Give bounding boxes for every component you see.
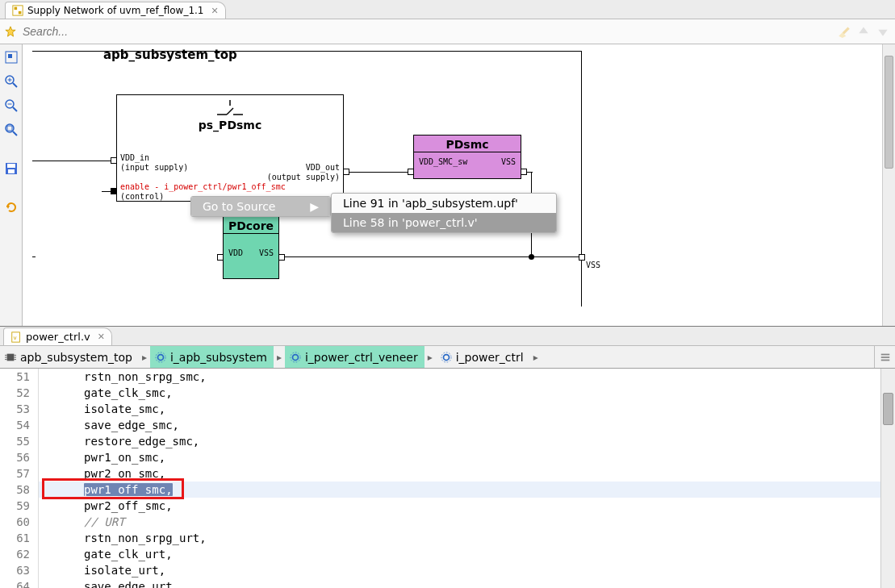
breadcrumb-separator[interactable]: ▸ — [274, 346, 285, 368]
zoom-out-icon[interactable] — [3, 98, 19, 114]
svg-rect-15 — [7, 126, 12, 131]
diagram-split: apb_subsystem_top ps_PDsmc VDD_in (input… — [0, 44, 895, 327]
breadcrumb-i_power_ctrl[interactable]: i_power_ctrl — [436, 346, 530, 368]
zoom-in-icon[interactable] — [3, 73, 19, 90]
svg-rect-40 — [880, 357, 889, 358]
module-title: apb_subsystem_top — [103, 48, 237, 62]
gutter-number: 58 — [0, 482, 39, 498]
code-line[interactable]: 51rstn_non_srpg_smc, — [0, 369, 880, 385]
go-to-source-menu[interactable]: Go to Source ▶ — [191, 197, 330, 216]
svg-rect-2 — [19, 11, 22, 15]
code-text: // URT — [40, 514, 125, 530]
editor-tab-bar: v power_ctrl.v ✕ — [0, 327, 895, 346]
code-line[interactable]: 62gate_clk_urt, — [0, 546, 880, 562]
diagram-tab-bar: Supply Network of uvm_ref_flow_1.1 ✕ — [0, 0, 895, 19]
code-line[interactable]: 58pwr1_off_smc, — [0, 482, 880, 498]
breadcrumb-i_apb_subsystem[interactable]: i_apb_subsystem — [150, 346, 274, 368]
context-submenu[interactable]: Line 91 in 'apb_subsystem.upf' Line 58 i… — [331, 193, 557, 233]
gutter-number: 60 — [0, 514, 39, 530]
code-scroll-thumb[interactable] — [883, 393, 893, 425]
ps-pdsmc-title: ps_PDsmc — [117, 116, 343, 132]
breadcrumb-apb_subsystem_top[interactable]: apb_subsystem_top — [0, 346, 139, 368]
svg-rect-26 — [7, 353, 15, 361]
gutter-number: 63 — [0, 562, 39, 578]
code-text: restore_edge_smc, — [40, 433, 199, 449]
code-line[interactable]: 60// URT — [0, 514, 880, 530]
editor-tab[interactable]: v power_ctrl.v ✕ — [3, 327, 112, 345]
gutter-number: 61 — [0, 530, 39, 546]
gutter-number: 51 — [0, 369, 39, 385]
enable-label: enable - i_power_ctrl/pwr1_off_smc — [120, 182, 286, 191]
code-text: gate_clk_smc, — [40, 385, 173, 401]
down-arrow-icon[interactable] — [876, 24, 890, 39]
diagram-tab[interactable]: Supply Network of uvm_ref_flow_1.1 ✕ — [5, 2, 226, 19]
code-text: isolate_urt, — [40, 562, 165, 578]
svg-rect-41 — [880, 359, 889, 361]
close-icon[interactable]: ✕ — [207, 6, 218, 16]
code-text: rstn_non_srpg_urt, — [40, 530, 207, 546]
pdsmc-block[interactable]: PDsmc VDD_SMC_sw VSS — [413, 135, 521, 179]
diagram-scrollbar[interactable] — [882, 44, 895, 326]
code-scrollbar[interactable] — [880, 369, 895, 588]
control-label: (control) — [120, 192, 164, 201]
pdsmc-vss-label: VSS — [501, 157, 516, 166]
save-icon[interactable] — [3, 161, 19, 177]
svg-point-33 — [157, 354, 163, 360]
code-line[interactable]: 61rstn_non_srpg_urt, — [0, 530, 880, 546]
go-to-source-label: Go to Source — [203, 200, 275, 213]
svg-line-14 — [13, 131, 17, 136]
diagram-scroll-thumb[interactable] — [885, 56, 893, 169]
supply-network-icon — [12, 5, 23, 16]
code-line[interactable]: 52gate_clk_smc, — [0, 385, 880, 401]
context-menu[interactable]: Go to Source ▶ — [190, 196, 331, 217]
breadcrumb-overflow-icon[interactable] — [874, 346, 895, 368]
code-line[interactable]: 57pwr2_on_smc, — [0, 465, 880, 482]
vss-side-label: VSS — [586, 261, 600, 269]
menu-line58-label: Line 58 in 'power_ctrl.v' — [343, 216, 478, 229]
breadcrumb-separator[interactable]: ▸ — [424, 346, 436, 368]
breadcrumb-separator[interactable]: ▸ — [530, 346, 542, 368]
pdsmc-left-port — [408, 169, 414, 175]
ps-pdsmc-block[interactable]: ps_PDsmc VDD_in (input supply) VDD_out (… — [116, 94, 344, 202]
code-line[interactable]: 63isolate_urt, — [0, 562, 880, 578]
favorite-icon[interactable] — [5, 26, 16, 37]
pdcore-vss-label: VSS — [259, 248, 274, 257]
up-arrow-icon[interactable] — [856, 24, 871, 39]
code-editor[interactable]: 51rstn_non_srpg_smc,52gate_clk_smc,53iso… — [0, 369, 880, 588]
diagram-viewport[interactable]: apb_subsystem_top ps_PDsmc VDD_in (input… — [23, 44, 895, 326]
code-text: rstn_non_srpg_smc, — [40, 369, 207, 385]
svg-line-23 — [227, 108, 233, 115]
output-supply-label: (output supply) — [267, 173, 340, 181]
breadcrumb-separator[interactable]: ▸ — [139, 346, 150, 368]
svg-line-7 — [13, 83, 17, 87]
code-line[interactable]: 56pwr1_on_smc, — [0, 449, 880, 465]
cursor-tool-icon[interactable] — [3, 49, 19, 65]
code-line[interactable]: 55restore_edge_smc, — [0, 433, 880, 449]
menu-line58[interactable]: Line 58 in 'power_ctrl.v' — [332, 213, 556, 232]
pdcore-vdd-label: VDD — [228, 248, 243, 257]
menu-line91[interactable]: Line 91 in 'apb_subsystem.upf' — [332, 194, 556, 213]
svg-rect-17 — [7, 164, 15, 168]
code-text: save_edge_urt, — [40, 578, 179, 588]
refresh-icon[interactable] — [3, 199, 19, 215]
gutter-number: 64 — [0, 578, 39, 588]
search-input[interactable] — [21, 23, 832, 40]
code-line[interactable]: 64save_edge_urt, — [0, 578, 880, 588]
pdcore-title: PDcore — [224, 217, 278, 233]
code-text: save_edge_smc, — [40, 417, 179, 433]
menu-line91-label: Line 91 in 'apb_subsystem.upf' — [343, 197, 518, 210]
zoom-fit-icon[interactable] — [3, 122, 19, 138]
pdcore-block[interactable]: PDcore VDD VSS — [223, 216, 279, 279]
close-icon[interactable]: ✕ — [94, 332, 105, 342]
breadcrumb-i_power_ctrl_veneer[interactable]: i_power_ctrl_veneer — [285, 346, 424, 368]
svg-point-35 — [292, 354, 298, 360]
gutter-number: 53 — [0, 401, 39, 417]
code-line[interactable]: 54save_edge_smc, — [0, 417, 880, 433]
switch-icon — [214, 100, 246, 116]
outer-vss-port — [579, 254, 585, 261]
svg-rect-1 — [15, 7, 18, 10]
highlighter-icon[interactable] — [837, 24, 851, 39]
search-bar — [0, 19, 895, 44]
code-line[interactable]: 59pwr2_off_smc, — [0, 498, 880, 514]
code-line[interactable]: 53isolate_smc, — [0, 401, 880, 417]
